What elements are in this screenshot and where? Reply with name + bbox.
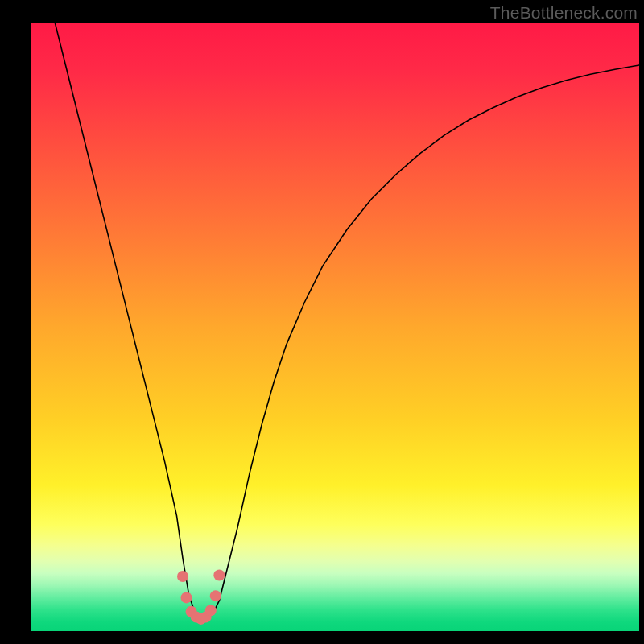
chart-frame: TheBottleneck.com bbox=[0, 0, 644, 644]
marker-dot bbox=[213, 569, 225, 580]
plot-area bbox=[31, 23, 639, 631]
bottleneck-curve-path bbox=[55, 23, 639, 616]
marker-dot bbox=[210, 590, 221, 601]
watermark-text: TheBottleneck.com bbox=[490, 3, 638, 23]
marker-dot bbox=[177, 571, 188, 582]
marker-dot bbox=[181, 592, 192, 603]
marker-dot bbox=[205, 605, 217, 616]
chart-svg bbox=[31, 23, 639, 631]
